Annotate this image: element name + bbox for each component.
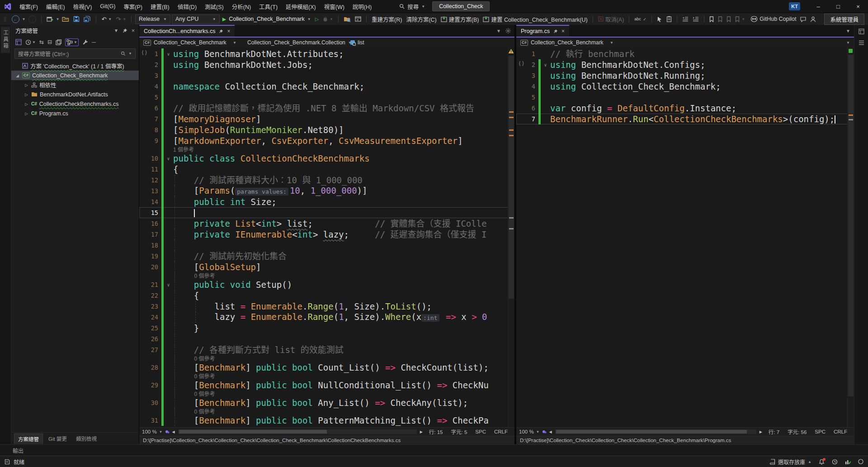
start-debugging-button[interactable]: ▶ Collection_Check_Benchmark▼: [221, 15, 312, 23]
breadcrumb-type[interactable]: Collection_Check_Benchmark.Collection▼: [241, 38, 346, 48]
tool-window-tab[interactable]: Git 變更: [45, 434, 71, 443]
code-line[interactable]: 3using BenchmarkDotNet.Running;: [516, 70, 848, 81]
pin-icon[interactable]: [123, 28, 127, 33]
tree-item[interactable]: ◢C#Collection_Check_Benchmark: [11, 71, 139, 80]
document-health-icon[interactable]: [542, 429, 547, 434]
zoom-level[interactable]: 100 %: [142, 429, 157, 434]
breadcrumb-member[interactable]: list: [346, 38, 368, 48]
codelens-references[interactable]: 0 個參考: [139, 391, 508, 397]
toolbar-drag-handle[interactable]: ⣿: [4, 17, 7, 21]
code-line[interactable]: 14 public int Size;: [139, 196, 508, 207]
menu-item[interactable]: 分析(N): [228, 0, 255, 13]
code-line[interactable]: 26: [139, 334, 508, 344]
redo-button[interactable]: ↷▼: [114, 15, 127, 24]
no-issues-marker-icon[interactable]: [849, 49, 853, 53]
code-line[interactable]: 19 // 測試前先初始化集合: [139, 251, 508, 262]
breadcrumb-project[interactable]: C# Collection_Check_Benchmark▼: [139, 38, 241, 48]
navigate-back-button[interactable]: ←: [10, 14, 21, 24]
menu-item[interactable]: 工具(T): [255, 0, 282, 13]
notifications-bell-icon[interactable]: [819, 459, 825, 465]
horizontal-scrollbar[interactable]: [555, 429, 756, 434]
code-line[interactable]: 10∨public class CollectionCheckBenchmark…: [139, 153, 508, 164]
chevron-down-icon[interactable]: ▼: [114, 28, 118, 33]
build-health-icon[interactable]: [845, 459, 851, 465]
properties-icon[interactable]: [56, 39, 61, 45]
menu-item[interactable]: 視窗(W): [320, 0, 349, 13]
pin-icon[interactable]: [219, 29, 223, 33]
chevron-collapsed-icon[interactable]: ▷: [24, 102, 29, 106]
tree-item[interactable]: ▷C#CollectionCheckBenchmarks.cs: [11, 99, 139, 109]
menu-item[interactable]: 編輯(E): [42, 0, 69, 13]
tree-item[interactable]: ▷BenchmarkDotNet.Artifacts: [11, 90, 139, 99]
indent-mode-indicator[interactable]: SPC: [471, 429, 490, 434]
code-line[interactable]: 31 [Benchmark] public bool PatternMatchi…: [139, 415, 508, 426]
tree-item[interactable]: ▷相依性: [11, 80, 139, 90]
format-selection-button[interactable]: [656, 15, 664, 23]
code-line[interactable]: 11{: [139, 164, 508, 175]
menu-item[interactable]: 延伸模組(X): [282, 0, 320, 13]
sync-with-active-document-toggle[interactable]: ▼: [65, 38, 79, 46]
fold-chevron-icon[interactable]: ∨: [541, 62, 550, 67]
code-line[interactable]: 7[MemoryDiagnoser]: [139, 114, 508, 124]
navigate-forward-button[interactable]: →: [27, 14, 38, 24]
code-line[interactable]: 5: [516, 92, 848, 103]
breadcrumb-member[interactable]: ▼: [618, 38, 854, 48]
menu-item[interactable]: 建置(B): [146, 0, 174, 13]
find-in-files-button[interactable]: [342, 15, 352, 23]
code-line[interactable]: 8[SimpleJob(RuntimeMoniker.Net80)]: [139, 124, 508, 135]
toggle-bookmark-button[interactable]: [708, 15, 715, 23]
toolbar-overflow-icon[interactable]: –: [92, 38, 96, 46]
code-line[interactable]: 21∨ public void Setup(): [139, 279, 508, 290]
code-line[interactable]: 12 // 測試兩種資料大小：10 與 1_000_000: [139, 175, 508, 186]
search-box[interactable]: 搜尋 ▼: [399, 2, 425, 11]
vertical-scrollbar[interactable]: [847, 48, 854, 427]
solution-platform-select[interactable]: Any CPU▼: [172, 14, 220, 24]
solution-configuration-select[interactable]: Release▼: [135, 14, 170, 24]
code-line[interactable]: 2∨using BenchmarkDotNet.Configs;: [516, 59, 848, 70]
cancel-build-button[interactable]: 取消(A): [597, 14, 626, 24]
chevron-down-icon[interactable]: ▼: [56, 17, 60, 21]
tab-list-chevron-icon[interactable]: ▼: [496, 29, 501, 33]
fold-chevron-icon[interactable]: ∨: [164, 282, 173, 287]
notifications-tab-icon[interactable]: [859, 29, 864, 34]
chevron-down-icon[interactable]: ▼: [22, 17, 26, 21]
tab-program-cs[interactable]: Program.cs ×: [516, 25, 569, 37]
switch-views-icon[interactable]: [15, 39, 22, 45]
copilot-chat-button[interactable]: [799, 15, 807, 23]
outline-margin-icon[interactable]: ⟨⟩: [518, 60, 524, 67]
tool-window-tab[interactable]: 方案總管: [14, 434, 43, 444]
collapse-all-icon[interactable]: ⊟: [47, 39, 52, 45]
code-line[interactable]: 9[MarkdownExporter, CsvExporter, CsvMeas…: [139, 135, 508, 146]
code-line[interactable]: 5: [139, 92, 508, 103]
undo-button[interactable]: ↶▼: [100, 15, 113, 24]
fold-chevron-icon[interactable]: ∨: [164, 156, 173, 161]
tree-item[interactable]: ▷C#Program.cs: [11, 109, 139, 118]
clean-solution-button[interactable]: 清除方案(C): [405, 14, 438, 24]
menu-item[interactable]: 檔案(F): [15, 0, 42, 13]
code-line[interactable]: 15: [139, 207, 508, 218]
select-repository-button[interactable]: 選取存放庫 ▲: [770, 458, 811, 466]
menu-item[interactable]: 偵錯(D): [174, 0, 201, 13]
pin-icon[interactable]: [553, 29, 558, 33]
code-line[interactable]: 2using BenchmarkDotNet.Jobs;: [139, 59, 508, 70]
rebuild-solution-button[interactable]: 重建方案(R): [370, 14, 403, 24]
code-line[interactable]: 25 }: [139, 323, 508, 334]
codelens-references[interactable]: 1 個參考: [139, 146, 508, 153]
scroll-left-icon[interactable]: ◀: [549, 430, 552, 434]
tool-window-tab[interactable]: 類別檢視: [72, 434, 100, 443]
zoom-level[interactable]: 100 %: [519, 429, 534, 434]
start-without-debugging-button[interactable]: ▷: [314, 15, 320, 23]
scroll-right-icon[interactable]: ▶: [420, 430, 423, 434]
code-line[interactable]: 22 {: [139, 290, 508, 301]
github-copilot-button[interactable]: GitHub Copilot: [749, 15, 797, 23]
code-line[interactable]: 18: [139, 240, 508, 251]
menu-item[interactable]: 測試(S): [201, 0, 228, 13]
chevron-collapsed-icon[interactable]: ▷: [24, 111, 29, 116]
background-tasks-icon[interactable]: [832, 459, 838, 465]
menu-item[interactable]: 檢視(V): [69, 0, 96, 13]
output-tab[interactable]: 輸出: [13, 447, 24, 454]
code-line[interactable]: 1∨using BenchmarkDotNet.Attributes;: [139, 48, 508, 59]
toolbox-tab[interactable]: 工具箱: [1, 27, 10, 53]
code-line[interactable]: 1// 執行 benchmark: [516, 48, 848, 59]
solution-name-badge[interactable]: Collection_Check: [432, 1, 490, 11]
